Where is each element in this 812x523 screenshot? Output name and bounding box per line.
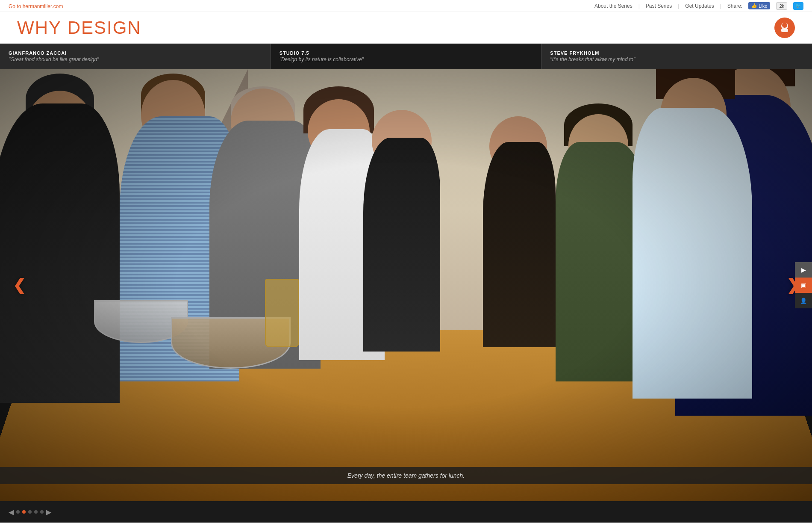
- bottom-next-arrow[interactable]: ▶: [46, 508, 51, 516]
- twitter-button[interactable]: 🐦: [793, 2, 803, 10]
- slide-indicators: ◀ ▶: [9, 508, 51, 516]
- slide-dot-1[interactable]: [16, 510, 20, 514]
- svg-point-2: [782, 23, 787, 28]
- bottom-prev-arrow[interactable]: ◀: [9, 508, 14, 516]
- slideshow-area: ❮ ❯ ▶ ▣ 👤 Every day, the entire team gat…: [0, 69, 812, 501]
- like-button[interactable]: 👍 Like: [748, 2, 770, 9]
- episode-quote-3: "It's the breaks that allow my mind to": [550, 56, 803, 62]
- person6-body: [483, 142, 556, 347]
- top-nav-right: About the Series | Past Series | Get Upd…: [594, 2, 803, 10]
- person-icon: 👤: [800, 298, 807, 304]
- episode-name-1: GIANFRANCO ZACCAI: [9, 50, 262, 56]
- image-icon: ▣: [801, 282, 806, 289]
- image-icon-button[interactable]: ▣: [795, 278, 812, 293]
- episode-name-2: STUDIO 7.5: [279, 50, 533, 56]
- hermanmiller-link[interactable]: Go to hermanmiller.com: [9, 3, 63, 9]
- episode-item-steve[interactable]: STEVE FRYKHOLM "It's the breaks that all…: [541, 44, 812, 69]
- svg-rect-3: [781, 29, 788, 32]
- person1-body: [0, 103, 120, 403]
- title-why: WHY: [17, 18, 62, 38]
- episode-quote-1: "Great food should be like great design": [9, 56, 262, 62]
- logo-bar: WHY DESIGN: [0, 12, 812, 44]
- about-series-link[interactable]: About the Series: [594, 3, 633, 9]
- hm-logo[interactable]: [774, 18, 795, 38]
- video-icon-button[interactable]: ▶: [795, 262, 812, 278]
- caption-bar: Every day, the entire team gathers for l…: [0, 467, 812, 484]
- hm-logo-svg: [778, 21, 791, 35]
- prev-arrow[interactable]: ❮: [9, 275, 30, 296]
- get-updates-link[interactable]: Get Updates: [685, 3, 714, 9]
- episode-nav: GIANFRANCO ZACCAI "Great food should be …: [0, 44, 812, 69]
- like-count: 2k: [776, 2, 787, 10]
- scene-background: [0, 69, 812, 501]
- person5-body: [363, 138, 440, 352]
- hermanmiller-link-container: Go to hermanmiller.com: [9, 2, 63, 10]
- like-label: Like: [759, 3, 767, 9]
- video-icon: ▶: [801, 266, 806, 273]
- episode-name-3: STEVE FRYKHOLM: [550, 50, 803, 56]
- separator-3: |: [720, 3, 721, 9]
- thumbs-up-icon: 👍: [751, 3, 757, 9]
- title-design: DESIGN: [68, 18, 141, 38]
- separator-2: |: [678, 3, 679, 9]
- top-nav-bar: Go to hermanmiller.com About the Series …: [0, 0, 812, 12]
- person-right3-body: [633, 108, 752, 399]
- past-series-link[interactable]: Past Series: [646, 3, 672, 9]
- episode-item-gianfranco[interactable]: GIANFRANCO ZACCAI "Great food should be …: [0, 44, 271, 69]
- site-title: WHY DESIGN: [17, 18, 141, 38]
- caption-text: Every day, the entire team gathers for l…: [347, 472, 465, 479]
- person-icon-button[interactable]: 👤: [795, 293, 812, 308]
- slide-dot-5[interactable]: [40, 510, 44, 514]
- bottom-strip: ◀ ▶: [0, 501, 812, 523]
- share-label: Share:: [727, 3, 742, 9]
- right-sidebar: ▶ ▣ 👤: [795, 262, 812, 308]
- slide-dot-4[interactable]: [34, 510, 38, 514]
- separator-1: |: [638, 3, 640, 9]
- slide-dot-3[interactable]: [28, 510, 32, 514]
- slide-dot-2[interactable]: [22, 510, 26, 514]
- episode-item-studio75[interactable]: STUDIO 7.5 "Design by its nature is coll…: [271, 44, 542, 69]
- glass-pitcher: [265, 279, 299, 347]
- episode-quote-2: "Design by its nature is collaborative": [279, 56, 533, 62]
- twitter-icon: 🐦: [795, 3, 801, 9]
